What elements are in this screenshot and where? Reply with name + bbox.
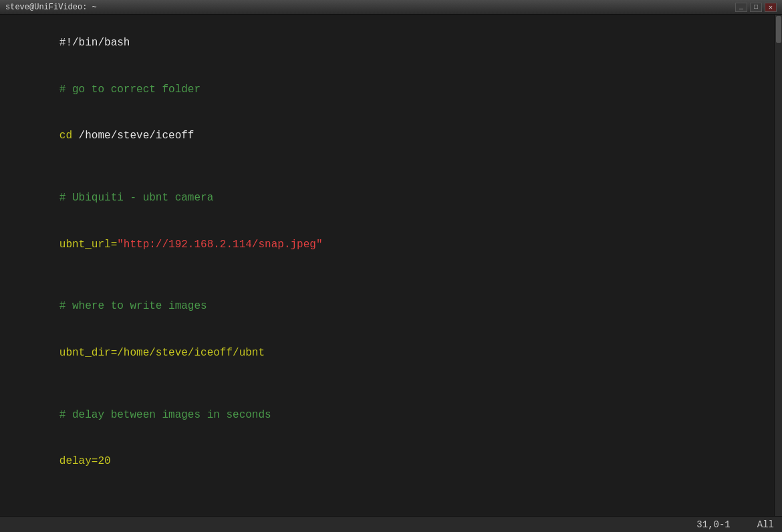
editor-content: #!/bin/bash # go to correct folder cd /h… <box>0 15 782 516</box>
line-11: # delay between images in seconds <box>8 392 766 439</box>
line-6: ubnt_url="http://192.168.2.114/snap.jpeg… <box>8 221 766 268</box>
line-2: # go to correct folder <box>8 67 766 114</box>
close-button[interactable]: ✕ <box>765 3 777 12</box>
line-10 <box>8 376 766 392</box>
title-bar: steve@UniFiVideo: ~ _ □ ✕ <box>0 0 782 15</box>
line-7 <box>8 268 766 283</box>
maximize-button[interactable]: □ <box>750 3 762 12</box>
line-9: ubnt_dir=/home/steve/iceoff/ubnt <box>8 330 766 377</box>
minimize-button[interactable]: _ <box>735 3 747 12</box>
line-5: # Ubiquiti - ubnt camera <box>8 175 766 222</box>
scroll-indicator: All <box>757 519 774 530</box>
cursor-position: 31,0-1 <box>696 519 730 530</box>
window-title: steve@UniFiVideo: ~ <box>5 3 97 12</box>
scrollbar[interactable] <box>774 15 782 516</box>
code-area[interactable]: #!/bin/bash # go to correct folder cd /h… <box>0 15 774 516</box>
window-controls[interactable]: _ □ ✕ <box>735 3 777 12</box>
editor-container: #!/bin/bash # go to correct folder cd /h… <box>0 15 782 532</box>
line-3: cd /home/steve/iceoff <box>8 113 766 160</box>
line-8: # where to write images <box>8 283 766 330</box>
line-4 <box>8 160 766 175</box>
line-13 <box>8 485 766 501</box>
line-12: delay=20 <box>8 438 766 485</box>
status-bar: 31,0-1 All <box>0 516 782 532</box>
line-1: #!/bin/bash <box>8 20 766 67</box>
scrollbar-thumb[interactable] <box>776 16 781 43</box>
line-14: # the loop <box>8 501 766 516</box>
